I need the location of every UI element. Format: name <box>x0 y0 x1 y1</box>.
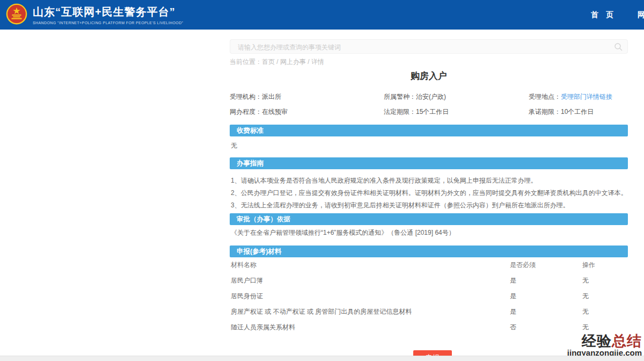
info-value: 15个工作日 <box>416 108 449 115</box>
info-accepting-location: 受理地点：受理部门详情链接 <box>529 93 628 101</box>
info-statutory-period: 法定期限：15个工作日 <box>384 108 529 116</box>
col-action: 操作 <box>582 261 628 269</box>
guide-item: 3、无法线上全流程办理的业务，请收到初审意见后持相关证明材料和证件（参照公示内容… <box>231 199 628 212</box>
info-value: 在线预审 <box>262 108 288 115</box>
site-subtitle: SHANDONG "INTERNET+POLICING PLATFORM FOR… <box>33 21 183 25</box>
material-action: 无 <box>582 308 628 315</box>
info-online-depth: 网办程度：在线预审 <box>230 108 384 116</box>
info-value: 治安(户政) <box>416 93 446 100</box>
guide-item: 1、请确认本项业务是否符合当地人民政府规定的准入条件及现行政策规定，以免网上申报… <box>231 175 628 187</box>
material-name: 居民户口簿 <box>230 277 510 284</box>
table-row: 随迁人员亲属关系材料 否 无 <box>230 323 628 331</box>
main-content: 当前位置：首页 / 网上办事 / 详情 购房入户 受理机构：派出所 所属警种：治… <box>230 0 628 361</box>
info-label: 所属警种： <box>384 93 416 100</box>
watermark: 经验总结 jingyanzongjie.com <box>567 334 642 357</box>
search-icon[interactable] <box>614 42 623 51</box>
nav-online-services[interactable]: 网 <box>638 10 644 20</box>
material-action: 无 <box>582 323 628 331</box>
service-guide-list: 1、请确认本项业务是否符合当地人民政府规定的准入条件及现行政策规定，以免网上申报… <box>230 175 628 212</box>
info-label: 承诺期限： <box>529 108 561 115</box>
guide-item: 2、公民办理户口登记，应当提交有效身份证件和相关证明材料。证明材料为外文的，应当… <box>231 187 628 199</box>
material-action: 无 <box>582 277 628 284</box>
search-input[interactable] <box>237 40 588 54</box>
material-name: 房屋产权证 或 不动产权证 或 房管部门出具的房屋登记信息材料 <box>230 308 510 315</box>
info-promised-period: 承诺期限：10个工作日 <box>529 108 628 116</box>
watermark-title-black: 经验 <box>582 333 612 349</box>
watermark-title-red: 总结 <box>612 333 642 349</box>
section-header-service-guide: 办事指南 <box>230 157 628 169</box>
info-label: 受理机构： <box>230 93 262 100</box>
site-title: 山东“互联网+民生警务平台” <box>33 5 183 19</box>
col-material-name: 材料名称 <box>230 261 510 269</box>
info-value: 10个工作日 <box>561 108 594 115</box>
page-title: 购房入户 <box>230 70 628 82</box>
search-bar[interactable] <box>230 39 628 54</box>
footer-strip <box>0 356 644 361</box>
section-header-fee-standard: 收费标准 <box>230 125 628 136</box>
material-required: 是 <box>510 277 582 284</box>
fee-standard-content: 无 <box>230 142 628 149</box>
material-required: 是 <box>510 292 582 300</box>
material-required: 否 <box>510 323 582 331</box>
col-required: 是否必须 <box>510 261 582 269</box>
material-name: 随迁人员亲属关系材料 <box>230 323 510 331</box>
material-required: 是 <box>510 308 582 315</box>
info-label: 网办程度： <box>230 108 262 115</box>
info-value: 派出所 <box>262 93 281 100</box>
table-row: 居民身份证 是 无 <box>230 292 628 300</box>
brand: 山东“互联网+民生警务平台” SHANDONG "INTERNET+POLICI… <box>5 3 183 26</box>
breadcrumb: 当前位置：首页 / 网上办事 / 详情 <box>230 58 628 66</box>
info-grid: 受理机构：派出所 所属警种：治安(户政) 受理地点：受理部门详情链接 网办程度：… <box>230 93 628 116</box>
materials-table-header: 材料名称 是否必须 操作 <box>230 261 628 269</box>
page: 山东“互联网+民生警务平台” SHANDONG "INTERNET+POLICI… <box>0 0 644 30</box>
accepting-department-detail-link[interactable]: 受理部门详情链接 <box>561 93 612 100</box>
table-row: 房屋产权证 或 不动产权证 或 房管部门出具的房屋登记信息材料 是 无 <box>230 308 628 315</box>
info-police-type: 所属警种：治安(户政) <box>384 93 529 101</box>
section-header-approval-basis: 审批（办事）依据 <box>230 213 628 225</box>
table-row: 居民户口簿 是 无 <box>230 277 628 284</box>
watermark-title: 经验总结 <box>567 334 642 349</box>
section-header-declaration-materials: 申报(参考)材料 <box>230 246 628 257</box>
approval-basis-content: 《关于在全省户籍管理领域推行“1+6”服务模式的通知》（鲁公通 [2019] 6… <box>230 229 628 236</box>
national-emblem-icon <box>5 3 28 26</box>
info-accepting-org: 受理机构：派出所 <box>230 93 384 101</box>
materials-table: 材料名称 是否必须 操作 居民户口簿 是 无 居民身份证 是 无 房屋产权证 或… <box>230 261 628 331</box>
material-action: 无 <box>582 292 628 300</box>
brand-text: 山东“互联网+民生警务平台” SHANDONG "INTERNET+POLICI… <box>33 5 183 25</box>
info-label: 受理地点： <box>529 93 561 100</box>
material-name: 居民身份证 <box>230 292 510 300</box>
info-label: 法定期限： <box>384 108 416 115</box>
